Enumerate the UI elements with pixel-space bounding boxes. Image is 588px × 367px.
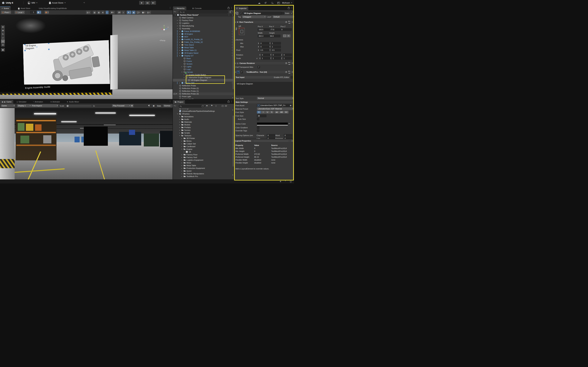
- layer-dropdown[interactable]: Default: [273, 16, 294, 18]
- object-picker-icon[interactable]: ◉: [290, 104, 291, 107]
- hierarchy-row[interactable]: ▸Lights: [173, 65, 234, 68]
- scale-link-icon[interactable]: ⌀: [256, 57, 258, 59]
- tab-animation[interactable]: ◔Animation: [31, 100, 45, 104]
- kebab-icon[interactable]: ⋮: [291, 140, 293, 142]
- font-style-ab-button[interactable]: AB: [279, 111, 284, 114]
- project-row[interactable]: ▸TextMesh Pro: [173, 175, 234, 178]
- tmp-enabled-checkbox[interactable]: [241, 71, 243, 73]
- row-visibility-icon[interactable]: [173, 93, 176, 95]
- row-pick-icon[interactable]: ✥: [176, 92, 177, 95]
- tab-console[interactable]: ≣Console: [190, 7, 203, 10]
- active-checkbox[interactable]: [240, 12, 242, 14]
- draw-mode-menu[interactable]: ◎▾: [86, 11, 91, 14]
- scene-tab-menu[interactable]: ⋮: [169, 7, 171, 9]
- expand-arrow[interactable]: ▸: [179, 52, 181, 54]
- inspector-menu[interactable]: ⋮: [291, 7, 293, 9]
- prefab-chevron-icon[interactable]: ›: [232, 54, 233, 57]
- expand-arrow[interactable]: ▸: [176, 19, 179, 22]
- height-field[interactable]: 94.6: [269, 35, 280, 37]
- blueprint-mode-button[interactable]: [283, 34, 286, 37]
- undo-history-button[interactable]: ↺: [264, 0, 267, 6]
- expand-arrow[interactable]: ▸: [181, 142, 183, 145]
- tab-animator[interactable]: ⇥Animator: [48, 100, 61, 104]
- project-row[interactable]: ▾Engine: [173, 148, 234, 150]
- cull-transparent-checkbox[interactable]: [258, 66, 260, 68]
- project-search[interactable]: [179, 105, 205, 108]
- layout-button[interactable]: [277, 2, 280, 4]
- drag-handle[interactable]: [254, 141, 288, 141]
- tab-asset-store[interactable]: Asset Store: [16, 7, 32, 10]
- prefab-chevron-icon[interactable]: ›: [232, 82, 233, 84]
- gizmos-menu[interactable]: ◎▾: [146, 11, 151, 14]
- alert-button[interactable]: !: [216, 105, 216, 107]
- project-row[interactable]: ▸Materials: [173, 121, 234, 123]
- project-row[interactable]: ▸V8: [173, 150, 234, 153]
- prefab-chevron-icon[interactable]: ›: [232, 33, 233, 35]
- hierarchy-row[interactable]: ▸Metal Table›: [173, 46, 234, 49]
- search-by-label-button[interactable]: ⚑: [211, 104, 213, 107]
- raw-edit-button[interactable]: R: [287, 34, 290, 37]
- anchors-foldout[interactable]: ▾ Anchors: [235, 39, 243, 41]
- tab-inspector[interactable]: iInspector: [234, 7, 248, 10]
- hierarchy-row[interactable]: Screen: [173, 63, 234, 65]
- hierarchy-row[interactable]: Point Light: [173, 95, 234, 98]
- user-menu[interactable]: Mohsen▼: [282, 0, 292, 6]
- expand-arrow[interactable]: ▸: [179, 118, 181, 121]
- hierarchy-menu[interactable]: ⋮: [231, 7, 233, 9]
- hierarchy-row[interactable]: ▸V8 Engine Stand›: [173, 52, 234, 54]
- hierarchy-row[interactable]: ▾Interactive Engine Diagram: [173, 76, 234, 79]
- hierarchy-row[interactable]: Reflection Probe: [173, 84, 234, 87]
- hierarchy-row[interactable]: ▸Forklift_01_Prefab_01›: [173, 38, 234, 41]
- hierarchy-row[interactable]: ▾Factory Floor Scene*⋮: [173, 14, 234, 17]
- project-row[interactable]: ▸Models: [173, 123, 234, 126]
- expand-arrow[interactable]: ▸: [179, 121, 181, 123]
- character-spacing-field[interactable]: 0: [267, 134, 275, 137]
- pause-button[interactable]: ▮▮: [145, 1, 150, 5]
- snap-increment-toggle[interactable]: ▦▾: [44, 11, 49, 14]
- create-button[interactable]: + ▾: [174, 10, 176, 13]
- font-style-ab-button[interactable]: ab: [274, 111, 279, 114]
- hierarchy-row[interactable]: Main Camera: [173, 16, 234, 19]
- project-row[interactable]: ▸Logistics Equipment: [173, 159, 234, 161]
- background-tasks-button[interactable]: ❋: [280, 180, 281, 183]
- display-dropdown[interactable]: Display 1: [17, 104, 31, 107]
- search-input[interactable]: [182, 11, 227, 14]
- expand-arrow[interactable]: ▸: [181, 140, 183, 142]
- project-row[interactable]: ▸Quest: [173, 170, 234, 172]
- search-by-type-button[interactable]: ◈: [206, 104, 208, 107]
- handle-orientation-toggle[interactable]: ◇Local▾: [15, 11, 25, 14]
- hierarchy-search[interactable]: [179, 10, 228, 13]
- game-tab-menu[interactable]: ⋮: [169, 100, 171, 102]
- step-button[interactable]: ▶|: [151, 1, 156, 5]
- hidden-count[interactable]: 22: [222, 105, 227, 107]
- layout-properties-header[interactable]: Layout Properties ⋮: [234, 139, 294, 142]
- stats-button[interactable]: Stats: [157, 105, 161, 107]
- hierarchy-row[interactable]: ▸Metal Table (1)›: [173, 49, 234, 52]
- expand-arrow[interactable]: ▸: [181, 164, 183, 167]
- shading-lit[interactable]: ◐: [106, 11, 109, 14]
- hierarchy-row[interactable]: ▸Fanuc M-900iB360›: [173, 30, 234, 33]
- expand-arrow[interactable]: ▸: [181, 137, 183, 140]
- anchor-max-y-field[interactable]: 1: [271, 45, 281, 48]
- orientation-gizmo[interactable]: y: [160, 25, 168, 35]
- rotate-tool[interactable]: ↻: [1, 32, 5, 36]
- kebab-icon[interactable]: ⋮: [291, 71, 293, 73]
- hierarchy-row[interactable]: Point Light (1): [173, 98, 234, 99]
- view-tool[interactable]: ✥: [1, 25, 5, 29]
- create-button[interactable]: + ▾: [174, 105, 176, 107]
- scale-slider-track[interactable]: [66, 106, 92, 106]
- transform-tool[interactable]: ⊕: [1, 43, 5, 47]
- prefab-chevron-icon[interactable]: ›: [232, 52, 233, 54]
- expand-arrow[interactable]: ▾: [176, 27, 179, 30]
- tab-simulator[interactable]: ▯Simulator: [15, 100, 28, 104]
- font-size-field[interactable]: 38: [257, 115, 267, 117]
- rect-transform-header[interactable]: ▾ ✥ Rect Transform ? ⋮: [234, 20, 294, 24]
- version-control-button[interactable]: [83, 0, 86, 6]
- debug-menu[interactable]: ❋▾: [110, 11, 115, 14]
- expand-arrow[interactable]: ▾: [181, 148, 183, 150]
- width-field[interactable]: 302.3: [258, 35, 269, 37]
- hierarchy-row[interactable]: ✥Reflection Probe (3): [173, 92, 234, 95]
- preset-icon[interactable]: [288, 62, 290, 65]
- expand-arrow[interactable]: ▸: [179, 123, 181, 126]
- pos-z-field[interactable]: 0: [281, 28, 292, 31]
